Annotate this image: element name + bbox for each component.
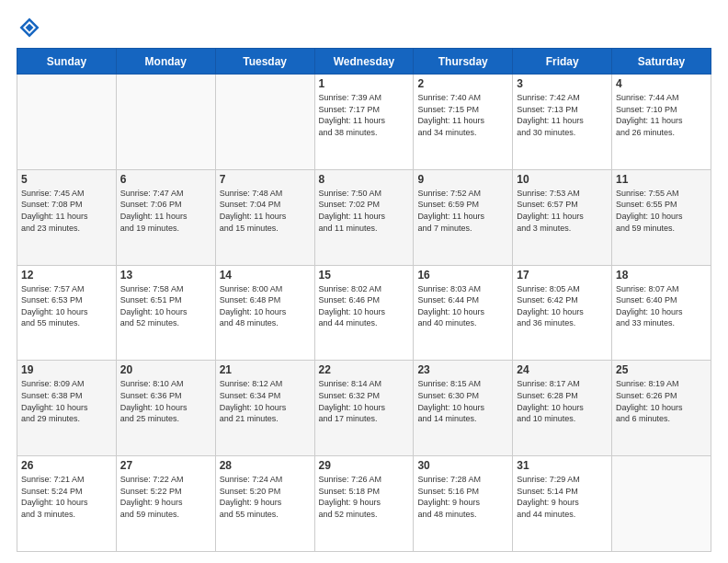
day-number: 27 — [120, 459, 211, 472]
calendar-day-cell — [17, 75, 117, 170]
day-number: 20 — [120, 363, 211, 376]
calendar-day-cell: 2Sunrise: 7:40 AM Sunset: 7:15 PM Daylig… — [414, 75, 513, 170]
day-info: Sunrise: 7:55 AM Sunset: 6:55 PM Dayligh… — [616, 188, 707, 234]
day-number: 18 — [616, 269, 707, 282]
day-info: Sunrise: 8:19 AM Sunset: 6:26 PM Dayligh… — [616, 378, 707, 424]
calendar-day-cell: 7Sunrise: 7:48 AM Sunset: 7:04 PM Daylig… — [215, 169, 314, 265]
day-number: 17 — [517, 269, 608, 282]
calendar-week-row: 5Sunrise: 7:45 AM Sunset: 7:08 PM Daylig… — [17, 169, 711, 265]
calendar-day-cell: 5Sunrise: 7:45 AM Sunset: 7:08 PM Daylig… — [17, 169, 117, 265]
calendar-day-cell: 4Sunrise: 7:44 AM Sunset: 7:10 PM Daylig… — [612, 75, 711, 170]
calendar-day-cell: 18Sunrise: 8:07 AM Sunset: 6:40 PM Dayli… — [612, 265, 711, 361]
day-number: 28 — [220, 459, 311, 472]
day-number: 19 — [21, 363, 112, 376]
day-number: 4 — [616, 77, 707, 90]
calendar-day-cell: 14Sunrise: 8:00 AM Sunset: 6:48 PM Dayli… — [215, 265, 314, 361]
day-info: Sunrise: 8:05 AM Sunset: 6:42 PM Dayligh… — [517, 283, 608, 329]
calendar-day-cell: 3Sunrise: 7:42 AM Sunset: 7:13 PM Daylig… — [513, 75, 612, 170]
day-info: Sunrise: 8:07 AM Sunset: 6:40 PM Dayligh… — [616, 283, 707, 329]
day-number: 6 — [120, 173, 211, 186]
day-info: Sunrise: 7:39 AM Sunset: 7:17 PM Dayligh… — [319, 92, 410, 138]
day-info: Sunrise: 7:53 AM Sunset: 6:57 PM Dayligh… — [517, 188, 608, 234]
calendar-day-header: Thursday — [414, 49, 513, 75]
calendar-day-cell: 8Sunrise: 7:50 AM Sunset: 7:02 PM Daylig… — [314, 169, 414, 265]
day-info: Sunrise: 7:44 AM Sunset: 7:10 PM Dayligh… — [616, 92, 707, 138]
calendar-day-cell — [116, 75, 215, 170]
calendar-day-cell: 6Sunrise: 7:47 AM Sunset: 7:06 PM Daylig… — [116, 169, 215, 265]
day-number: 30 — [417, 459, 508, 472]
calendar-week-row: 19Sunrise: 8:09 AM Sunset: 6:38 PM Dayli… — [17, 361, 711, 456]
calendar-day-cell — [215, 75, 314, 170]
calendar-day-header: Sunday — [17, 49, 117, 75]
day-info: Sunrise: 8:17 AM Sunset: 6:28 PM Dayligh… — [517, 378, 608, 424]
day-info: Sunrise: 7:40 AM Sunset: 7:15 PM Dayligh… — [417, 92, 508, 138]
calendar-day-cell: 1Sunrise: 7:39 AM Sunset: 7:17 PM Daylig… — [314, 75, 414, 170]
day-number: 10 — [517, 173, 608, 186]
calendar-day-cell: 30Sunrise: 7:28 AM Sunset: 5:16 PM Dayli… — [414, 456, 513, 552]
day-info: Sunrise: 8:15 AM Sunset: 6:30 PM Dayligh… — [417, 378, 508, 424]
day-info: Sunrise: 7:50 AM Sunset: 7:02 PM Dayligh… — [319, 188, 410, 234]
day-info: Sunrise: 7:52 AM Sunset: 6:59 PM Dayligh… — [417, 188, 508, 234]
calendar-day-cell: 31Sunrise: 7:29 AM Sunset: 5:14 PM Dayli… — [513, 456, 612, 552]
calendar-day-cell: 25Sunrise: 8:19 AM Sunset: 6:26 PM Dayli… — [612, 361, 711, 456]
calendar-day-cell: 26Sunrise: 7:21 AM Sunset: 5:24 PM Dayli… — [17, 456, 117, 552]
calendar-week-row: 1Sunrise: 7:39 AM Sunset: 7:17 PM Daylig… — [17, 75, 711, 170]
calendar-table: SundayMondayTuesdayWednesdayThursdayFrid… — [17, 48, 711, 552]
calendar-day-cell: 13Sunrise: 7:58 AM Sunset: 6:51 PM Dayli… — [116, 265, 215, 361]
day-info: Sunrise: 7:48 AM Sunset: 7:04 PM Dayligh… — [220, 188, 311, 234]
day-number: 29 — [319, 459, 410, 472]
calendar-day-cell: 19Sunrise: 8:09 AM Sunset: 6:38 PM Dayli… — [17, 361, 117, 456]
calendar-day-cell: 27Sunrise: 7:22 AM Sunset: 5:22 PM Dayli… — [116, 456, 215, 552]
day-number: 14 — [220, 269, 311, 282]
page-header — [17, 15, 711, 40]
day-number: 31 — [517, 459, 608, 472]
calendar-day-header: Tuesday — [215, 49, 314, 75]
day-info: Sunrise: 8:02 AM Sunset: 6:46 PM Dayligh… — [319, 283, 410, 329]
calendar-day-cell: 15Sunrise: 8:02 AM Sunset: 6:46 PM Dayli… — [314, 265, 414, 361]
calendar-day-cell: 29Sunrise: 7:26 AM Sunset: 5:18 PM Dayli… — [314, 456, 414, 552]
day-number: 15 — [319, 269, 410, 282]
day-number: 13 — [120, 269, 211, 282]
day-info: Sunrise: 7:28 AM Sunset: 5:16 PM Dayligh… — [417, 474, 508, 520]
day-info: Sunrise: 7:22 AM Sunset: 5:22 PM Dayligh… — [120, 474, 211, 520]
logo — [17, 15, 46, 40]
day-number: 12 — [21, 269, 112, 282]
day-number: 5 — [21, 173, 112, 186]
day-info: Sunrise: 8:10 AM Sunset: 6:36 PM Dayligh… — [120, 378, 211, 424]
day-info: Sunrise: 7:21 AM Sunset: 5:24 PM Dayligh… — [21, 474, 112, 520]
calendar-day-cell: 9Sunrise: 7:52 AM Sunset: 6:59 PM Daylig… — [414, 169, 513, 265]
day-info: Sunrise: 8:12 AM Sunset: 6:34 PM Dayligh… — [220, 378, 311, 424]
day-info: Sunrise: 7:57 AM Sunset: 6:53 PM Dayligh… — [21, 283, 112, 329]
calendar-day-cell: 24Sunrise: 8:17 AM Sunset: 6:28 PM Dayli… — [513, 361, 612, 456]
day-info: Sunrise: 7:24 AM Sunset: 5:20 PM Dayligh… — [220, 474, 311, 520]
calendar-week-row: 12Sunrise: 7:57 AM Sunset: 6:53 PM Dayli… — [17, 265, 711, 361]
day-number: 23 — [417, 363, 508, 376]
calendar-day-cell: 20Sunrise: 8:10 AM Sunset: 6:36 PM Dayli… — [116, 361, 215, 456]
calendar-day-cell: 22Sunrise: 8:14 AM Sunset: 6:32 PM Dayli… — [314, 361, 414, 456]
day-info: Sunrise: 7:58 AM Sunset: 6:51 PM Dayligh… — [120, 283, 211, 329]
day-number: 26 — [21, 459, 112, 472]
day-number: 11 — [616, 173, 707, 186]
calendar-day-cell: 12Sunrise: 7:57 AM Sunset: 6:53 PM Dayli… — [17, 265, 117, 361]
calendar-day-cell: 17Sunrise: 8:05 AM Sunset: 6:42 PM Dayli… — [513, 265, 612, 361]
day-info: Sunrise: 7:26 AM Sunset: 5:18 PM Dayligh… — [319, 474, 410, 520]
calendar-week-row: 26Sunrise: 7:21 AM Sunset: 5:24 PM Dayli… — [17, 456, 711, 552]
day-number: 21 — [220, 363, 311, 376]
day-number: 8 — [319, 173, 410, 186]
day-info: Sunrise: 7:47 AM Sunset: 7:06 PM Dayligh… — [120, 188, 211, 234]
day-number: 25 — [616, 363, 707, 376]
day-info: Sunrise: 7:45 AM Sunset: 7:08 PM Dayligh… — [21, 188, 112, 234]
day-info: Sunrise: 8:00 AM Sunset: 6:48 PM Dayligh… — [220, 283, 311, 329]
calendar-day-header: Saturday — [612, 49, 711, 75]
calendar-day-cell: 23Sunrise: 8:15 AM Sunset: 6:30 PM Dayli… — [414, 361, 513, 456]
day-number: 7 — [220, 173, 311, 186]
day-number: 3 — [517, 77, 608, 90]
calendar-day-header: Monday — [116, 49, 215, 75]
calendar-day-cell: 16Sunrise: 8:03 AM Sunset: 6:44 PM Dayli… — [414, 265, 513, 361]
day-number: 22 — [319, 363, 410, 376]
calendar-day-cell — [612, 456, 711, 552]
day-number: 9 — [417, 173, 508, 186]
calendar-day-cell: 21Sunrise: 8:12 AM Sunset: 6:34 PM Dayli… — [215, 361, 314, 456]
day-number: 24 — [517, 363, 608, 376]
calendar-day-header: Friday — [513, 49, 612, 75]
